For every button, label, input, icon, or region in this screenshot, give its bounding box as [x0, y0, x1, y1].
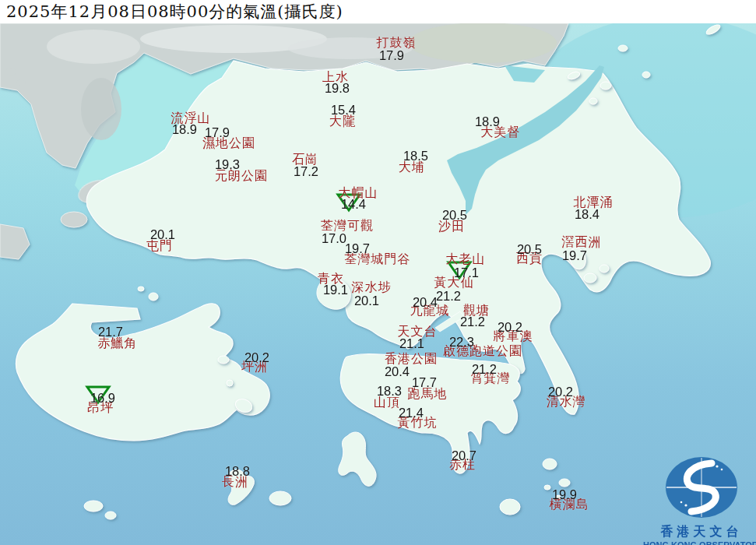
station-name: 沙田: [438, 220, 465, 233]
station-temperature-value: 16.9: [90, 392, 115, 405]
station-temperature-value: 20.1: [150, 228, 175, 241]
station-name: 滘西洲: [562, 236, 602, 248]
station-name: 荃灣可觀: [321, 220, 374, 232]
station-temperature-value: 20.2: [244, 351, 269, 364]
station-name: 山頂: [374, 396, 400, 409]
station-temperature-value: 18.8: [225, 465, 250, 478]
station-temperature-value: 21.2: [460, 315, 485, 329]
station-name: 深水埗: [352, 281, 392, 294]
station-name: 大埔: [399, 161, 425, 174]
hko-logo-name-chinese: 香港天文台: [643, 524, 756, 540]
temperature-map-screenshot: 2025年12月08日08時00分的氣溫(攝氏度) 打鼓嶺17.9上水19.8大…: [0, 0, 756, 545]
station-temperature-value: 20.2: [498, 321, 522, 334]
station-temperature-value: 18.3: [377, 385, 402, 398]
hko-logo: 香港天文台 HONG KONG OBSERVATORY: [643, 455, 756, 545]
station-temperature-value: 17.9: [379, 49, 404, 62]
station-name: 大老山: [446, 253, 486, 265]
title-bar: 2025年12月08日08時00分的氣溫(攝氏度): [0, 0, 756, 23]
station-temperature-value: 17.0: [322, 232, 346, 245]
station-temperature-value: 20.4: [385, 365, 410, 378]
hko-logo-emblem: [643, 455, 756, 519]
page-title: 2025年12月08日08時00分的氣溫(攝氏度): [0, 1, 343, 23]
station-temperature-value: 19.7: [562, 249, 587, 262]
station-name: 打鼓嶺: [377, 37, 417, 49]
station-name: 大隴: [329, 115, 356, 128]
station-temperature-value: 20.2: [548, 385, 573, 399]
station-temperature-value: 18.9: [475, 115, 500, 128]
station-temperature-value: 20.5: [517, 243, 542, 256]
station-temperature-value: 14.4: [341, 198, 366, 211]
station-temperature-value: 18.5: [403, 149, 428, 163]
station-temperature-value: 20.4: [413, 296, 438, 309]
station-name: 元朗公園: [215, 170, 268, 182]
station-name: 赤鱲角: [98, 337, 138, 350]
station-temperature-value: 17.9: [205, 126, 230, 139]
station-temperature-value: 19.7: [345, 242, 370, 255]
station-temperature-value: 18.4: [575, 208, 600, 221]
station-temperature-value: 15.4: [331, 104, 356, 117]
station-temperature-value: 20.7: [452, 449, 476, 462]
station-temperature-value: 19.8: [325, 82, 350, 95]
hko-logo-name-english: HONG KONG OBSERVATORY: [643, 540, 756, 545]
station-temperature-value: 21.2: [436, 290, 461, 303]
station-temperature-value: 18.9: [172, 123, 197, 136]
station-temperature-value: 21.1: [399, 337, 424, 350]
station-temperature-value: 20.5: [442, 209, 467, 222]
station-temperature-value: 19.1: [323, 283, 348, 297]
station-temperature-value: 21.4: [399, 406, 424, 420]
station-name: 跑馬地: [408, 388, 448, 400]
station-temperature-value: 17.2: [294, 165, 318, 178]
station-temperature-value: 17.1: [454, 266, 479, 280]
station-temperature-value: 19.3: [215, 158, 240, 171]
station-temperature-value: 17.7: [412, 376, 437, 389]
station-temperature-value: 19.9: [552, 488, 577, 501]
station-name: 香港公園: [385, 353, 438, 365]
station-temperature-value: 20.1: [354, 294, 379, 308]
station-name: 屯門: [146, 240, 173, 252]
station-temperature-value: 22.3: [449, 336, 474, 349]
station-temperature-value: 21.7: [98, 325, 123, 339]
station-temperature-value: 21.2: [472, 363, 497, 376]
